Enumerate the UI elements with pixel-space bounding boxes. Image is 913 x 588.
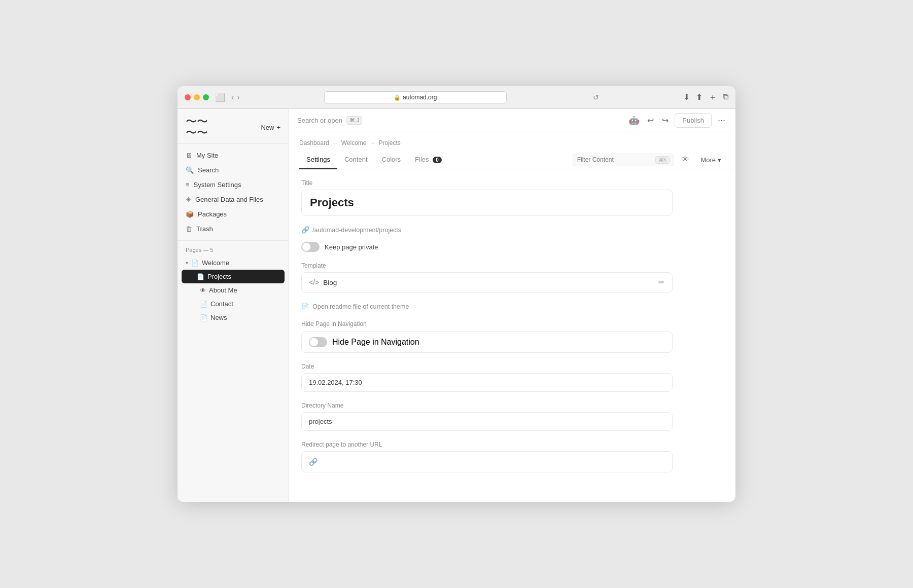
sidebar-nav: 🖥 My Site 🔍 Search ≡ System Settings ✳ G… [178, 144, 289, 241]
date-field-group: Date [301, 363, 673, 392]
browser-window: ⬜ ‹ › 🔒 automad.org ↺ ⬇ ⬆ ＋ ⧉ 〜〜〜〜 New [178, 86, 735, 502]
download-icon[interactable]: ⬇ [683, 92, 690, 103]
tab-content[interactable]: Content [337, 151, 375, 169]
address-bar[interactable]: 🔒 automad.org [324, 91, 507, 103]
directory-input[interactable] [301, 412, 673, 431]
page-item-news[interactable]: 📄 News [178, 311, 289, 324]
search-open-button[interactable]: Search or open ⌘ J [297, 116, 622, 125]
search-icon: 🔍 [186, 166, 194, 174]
expand-arrow-icon: ▾ [186, 260, 188, 266]
tab-settings[interactable]: Settings [299, 151, 337, 169]
template-field-group: Template </> Blog ✏ [301, 262, 673, 292]
page-item-projects[interactable]: 📄 Projects [182, 270, 285, 283]
breadcrumb-sep-1: → [332, 139, 338, 146]
hide-nav-label: Hide Page in Navigation [332, 338, 419, 347]
undo-button[interactable]: ↩ [645, 114, 656, 127]
hide-nav-field-group: Hide Page in Navigation Hide Page in Nav… [301, 320, 673, 353]
template-field[interactable]: </> Blog ✏ [301, 272, 673, 292]
page-icon: 📄 [197, 273, 204, 280]
breadcrumb-dashboard[interactable]: Dashboard [299, 139, 329, 146]
date-input[interactable] [301, 373, 673, 392]
filter-input[interactable] [577, 156, 653, 163]
tab-files[interactable]: Files 0 [408, 151, 449, 169]
page-item-contact[interactable]: 📄 Contact [178, 297, 289, 311]
breadcrumb: Dashboard → Welcome → Projects [289, 132, 735, 151]
browser-chrome: ⬜ ‹ › 🔒 automad.org ↺ ⬇ ⬆ ＋ ⧉ [178, 86, 735, 109]
new-tab-icon[interactable]: ＋ [709, 92, 717, 103]
filter-container: ⌘K [573, 154, 675, 166]
packages-label: Packages [198, 210, 227, 218]
reload-button[interactable]: ↺ [593, 93, 599, 101]
search-shortcut-kbd: ⌘ J [346, 116, 363, 125]
trash-icon: 🗑 [186, 225, 192, 233]
more-dropdown-button[interactable]: More ▾ [696, 154, 725, 166]
share-icon[interactable]: ⬆ [696, 92, 703, 103]
news-label: News [210, 314, 227, 321]
sidebar-toggle-icon[interactable]: ⬜ [215, 93, 225, 102]
page-icon: 📄 [191, 260, 199, 267]
edit-template-button[interactable]: ✏ [658, 278, 665, 287]
breadcrumb-projects[interactable]: Projects [379, 139, 401, 146]
logo-icon: 〜〜〜〜 [186, 116, 208, 138]
readme-link[interactable]: 📄 Open readme file of current theme [301, 303, 673, 310]
traffic-lights [185, 94, 209, 100]
link-icon: 🔗 [301, 226, 309, 234]
about-me-label: About Me [209, 286, 237, 294]
template-label: Template [301, 262, 673, 269]
breadcrumb-sep-2: → [370, 139, 376, 146]
tabs-icon[interactable]: ⧉ [723, 92, 728, 103]
settings-icon: ≡ [186, 181, 190, 189]
monitor-icon: 🖥 [186, 152, 192, 159]
forward-button[interactable]: › [237, 93, 239, 102]
asterisk-icon: ✳ [186, 196, 191, 203]
redirect-field[interactable]: 🔗 [301, 451, 673, 472]
sidebar-header: 〜〜〜〜 New + [178, 109, 289, 144]
sidebar-item-trash[interactable]: 🗑 Trash [178, 222, 289, 236]
sidebar-item-system-settings[interactable]: ≡ System Settings [178, 177, 289, 192]
minimize-button[interactable] [194, 94, 200, 100]
hide-nav-toggle[interactable] [309, 337, 327, 347]
app-layout: 〜〜〜〜 New + 🖥 My Site 🔍 Search ≡ [178, 109, 735, 502]
code-icon: </> [309, 278, 319, 286]
readme-label: Open readme file of current theme [312, 303, 409, 310]
hide-nav-section-label: Hide Page in Navigation [301, 320, 673, 327]
robot-icon-button[interactable]: 🤖 [627, 114, 641, 127]
lock-icon: 🔒 [394, 94, 401, 101]
hide-nav-field[interactable]: Hide Page in Navigation [301, 332, 673, 353]
more-label: More [700, 156, 716, 164]
back-button[interactable]: ‹ [231, 93, 234, 102]
sidebar-item-general-data[interactable]: ✳ General Data and Files [178, 192, 289, 207]
redo-button[interactable]: ↪ [660, 114, 671, 127]
welcome-label: Welcome [202, 259, 229, 267]
fullscreen-button[interactable] [203, 94, 209, 100]
sidebar-item-my-site[interactable]: 🖥 My Site [178, 148, 289, 163]
sidebar-pages: Pages — 5 ▾ 📄 Welcome 📄 Projects 👁 About… [178, 241, 289, 502]
main-content: Search or open ⌘ J 🤖 ↩ ↪ Publish ··· Das… [289, 109, 735, 502]
settings-form: Title 🔗 /automad-development/projects Ke… [289, 169, 685, 493]
package-icon: 📦 [186, 210, 194, 218]
title-label: Title [301, 179, 673, 187]
pages-label: Pages — 5 [178, 245, 289, 256]
system-settings-label: System Settings [194, 181, 241, 189]
search-open-label: Search or open [297, 117, 342, 124]
close-button[interactable] [185, 94, 191, 100]
tab-colors[interactable]: Colors [375, 151, 408, 169]
sidebar-item-search[interactable]: 🔍 Search [178, 163, 289, 177]
new-button[interactable]: New + [261, 124, 280, 131]
sidebar-item-packages[interactable]: 📦 Packages [178, 207, 289, 222]
url-value: /automad-development/projects [312, 227, 401, 234]
breadcrumb-welcome[interactable]: Welcome [341, 139, 367, 146]
publish-button[interactable]: Publish [675, 113, 712, 128]
general-data-label: General Data and Files [195, 196, 263, 203]
privacy-toggle[interactable] [301, 242, 320, 252]
preview-eye-button[interactable]: 👁 [678, 153, 692, 166]
privacy-toggle-row: Keep page private [301, 242, 673, 252]
title-input[interactable] [301, 190, 673, 216]
more-options-button[interactable]: ··· [716, 113, 727, 128]
page-item-welcome[interactable]: ▾ 📄 Welcome [178, 256, 289, 270]
page-item-about-me[interactable]: 👁 About Me [178, 283, 289, 297]
filter-shortcut-kbd: ⌘K [655, 156, 670, 164]
chevron-down-icon: ▾ [718, 156, 721, 164]
template-value: Blog [323, 279, 337, 286]
filter-wrap: ⌘K 👁 More ▾ [573, 153, 725, 166]
